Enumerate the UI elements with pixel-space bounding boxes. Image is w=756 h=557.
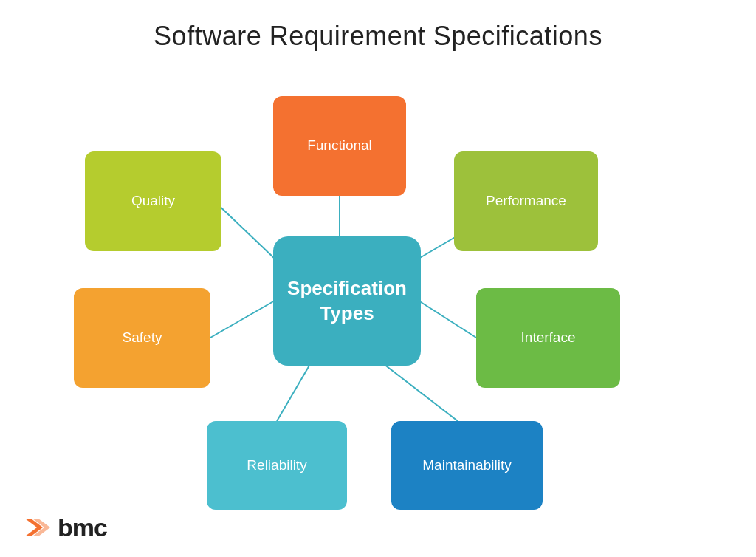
center-label: SpecificationTypes <box>287 276 407 327</box>
svg-line-5 <box>210 301 275 338</box>
logo-area: bmc <box>22 513 107 542</box>
interface-box: Interface <box>476 288 620 388</box>
performance-box: Performance <box>454 151 598 251</box>
safety-label: Safety <box>123 329 162 347</box>
svg-line-3 <box>384 364 458 421</box>
svg-line-6 <box>214 201 275 259</box>
page-title: Software Requirement Specifications <box>0 0 756 52</box>
bmc-logo-icon <box>22 513 52 542</box>
quality-box: Quality <box>85 151 221 251</box>
svg-line-4 <box>277 364 310 421</box>
reliability-label: Reliability <box>247 457 306 475</box>
quality-label: Quality <box>131 192 175 211</box>
diagram-area: SpecificationTypes Functional Performanc… <box>0 59 756 532</box>
safety-box: Safety <box>74 288 210 388</box>
svg-line-2 <box>419 301 476 338</box>
reliability-box: Reliability <box>207 421 347 510</box>
bmc-logo-text: bmc <box>58 513 107 542</box>
interface-label: Interface <box>521 329 576 347</box>
functional-box: Functional <box>273 96 406 196</box>
maintainability-label: Maintainability <box>422 457 511 475</box>
center-box: SpecificationTypes <box>273 236 421 366</box>
performance-label: Performance <box>486 192 566 211</box>
functional-label: Functional <box>307 137 372 155</box>
maintainability-box: Maintainability <box>391 421 543 510</box>
